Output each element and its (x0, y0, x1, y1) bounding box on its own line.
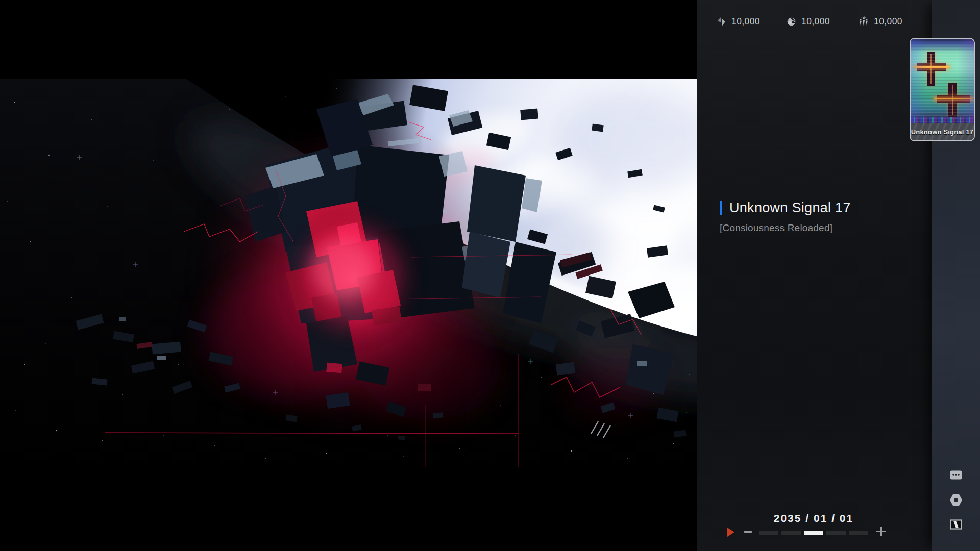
resource-world-value: 10,000 (801, 16, 830, 27)
hex-nut-icon (949, 493, 963, 507)
speed-decrease-button[interactable] (744, 531, 752, 533)
cinematic-stage (0, 0, 697, 551)
more-options-button[interactable] (949, 470, 963, 482)
signal-card-art (911, 39, 974, 123)
timeline-segment-inactive[interactable] (781, 531, 801, 535)
display-texture-button[interactable] (950, 519, 962, 532)
resource-energy-value: 10,000 (731, 16, 760, 27)
timeline-segment-active[interactable] (804, 531, 823, 535)
cinematic-scene (0, 79, 697, 467)
space-scene-art (0, 79, 697, 467)
signal-card[interactable]: Unknown Signal 17 (910, 38, 975, 141)
sidebar-panel: 10,000 10,000 10,000 (697, 0, 980, 551)
speed-increase-button[interactable] (876, 527, 886, 536)
timeline-segment-inactive[interactable] (849, 531, 868, 535)
title-accent-bar (720, 201, 722, 215)
event-title-row: Unknown Signal 17 (720, 200, 851, 216)
resource-population: 10,000 (858, 15, 902, 28)
glitch-bottom-band (911, 117, 974, 123)
globe-icon (786, 16, 797, 27)
population-icon (858, 16, 869, 27)
resource-world: 10,000 (786, 15, 830, 28)
energy-icon (716, 16, 727, 27)
timeline-segment-inactive[interactable] (759, 531, 778, 535)
settings-button[interactable] (949, 493, 963, 509)
display-texture-icon (950, 519, 962, 530)
play-button[interactable] (727, 528, 734, 537)
timeline-segments (759, 531, 868, 535)
resource-population-value: 10,000 (874, 16, 902, 27)
more-options-icon (949, 470, 963, 480)
event-title: Unknown Signal 17 (729, 200, 851, 216)
signal-card-label: Unknown Signal 17 (911, 123, 974, 140)
glitch-fringe (911, 39, 974, 123)
timeline-segment-inactive[interactable] (826, 531, 846, 535)
timeline-date: 2035 / 01 / 01 (757, 512, 870, 524)
resource-energy: 10,000 (716, 15, 760, 28)
event-subtitle: [Consiousness Reloaded] (720, 222, 832, 234)
